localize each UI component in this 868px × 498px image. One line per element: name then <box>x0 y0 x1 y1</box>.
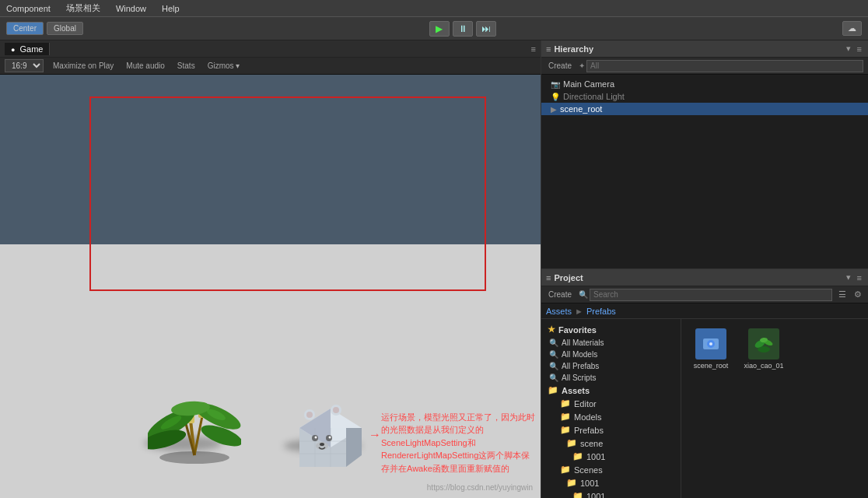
fav-prefabs-icon: 🔍 <box>549 362 558 370</box>
tree-scenes-1001[interactable]: 📁 1001 <box>541 476 681 489</box>
file-scene-root-icon <box>695 328 726 359</box>
scene-root-icon: ▶ <box>551 105 557 114</box>
stats[interactable]: Stats <box>174 61 198 71</box>
hierarchy-collapse[interactable]: ▾ <box>845 44 852 54</box>
hierarchy-search-wrapper: ✦ <box>579 60 863 72</box>
cube-object <box>288 385 373 471</box>
project-panel: ≡ Project ▾ ≡ Create 🔍 ☰ ⚙ Assets ► <box>541 269 868 498</box>
global-toggle[interactable]: Global <box>47 22 83 35</box>
svg-point-26 <box>320 443 324 446</box>
cube-svg <box>288 385 373 471</box>
project-settings[interactable]: ⚙ <box>852 289 863 300</box>
project-header-actions: ▾ ≡ <box>845 272 863 282</box>
file-xiao-cao-icon <box>748 328 779 359</box>
favorites-header: ★ Favorites <box>541 322 681 337</box>
project-header: ≡ Project ▾ ≡ <box>541 269 868 286</box>
fav-materials-icon: 🔍 <box>549 338 558 347</box>
pause-button[interactable]: ⏸ <box>453 21 473 37</box>
game-tab-label: Game <box>20 44 44 54</box>
scenes-1001-folder-icon: 📁 <box>566 478 577 488</box>
editor-folder-icon: 📁 <box>560 398 571 409</box>
aspect-ratio-select[interactable]: 16:9 <box>5 59 44 72</box>
right-panels: ≡ Hierarchy ▾ ≡ Create ✦ 📷 Main Camera <box>541 40 868 498</box>
fav-all-scripts[interactable]: 🔍 All Scripts <box>541 372 681 384</box>
hierarchy-menu[interactable]: ≡ <box>856 44 863 54</box>
tree-models[interactable]: 📁 Models <box>541 410 681 423</box>
game-tab-bar: ● Game ≡ <box>0 40 541 58</box>
mute-audio[interactable]: Mute audio <box>123 61 167 71</box>
hierarchy-item-scene-root[interactable]: ▶ scene_root <box>541 103 868 115</box>
tree-prefabs-scene[interactable]: 📁 scene <box>541 437 681 450</box>
cloud-button[interactable]: ☁ <box>842 21 862 36</box>
tree-editor[interactable]: 📁 Editor <box>541 397 681 410</box>
prefabs-scene-1001-icon: 📁 <box>572 451 583 461</box>
breadcrumb-prefabs[interactable]: Prefabs <box>586 307 616 316</box>
fav-all-materials[interactable]: 🔍 All Materials <box>541 337 681 349</box>
assets-tree-header[interactable]: 📁 Assets <box>541 384 681 397</box>
editor-label: Editor <box>574 399 597 409</box>
prefabs-folder-icon: 📁 <box>560 425 571 435</box>
file-scene-root[interactable]: scene_root <box>688 325 734 373</box>
tree-prefabs-scene-1001[interactable]: 📁 1001 <box>541 450 681 463</box>
project-right-files: scene_root xiao_cao_ <box>681 319 868 498</box>
svg-marker-15 <box>346 428 362 467</box>
menu-scene[interactable]: 场景相关 <box>63 1 103 16</box>
gizmos[interactable]: Gizmos ▾ <box>205 61 243 71</box>
menu-help[interactable]: Help <box>159 2 183 15</box>
hierarchy-create-btn[interactable]: Create <box>546 61 574 71</box>
scene-root-label: scene_root <box>560 104 602 114</box>
game-toolbar: 16:9 Maximize on Play Mute audio Stats G… <box>0 58 541 75</box>
tab-game[interactable]: ● Game <box>5 43 50 55</box>
center-toggle[interactable]: Center <box>6 22 44 35</box>
game-panel-menu[interactable]: ≡ <box>531 44 536 54</box>
project-view-toggle[interactable]: ☰ <box>837 289 848 300</box>
main-layout: ● Game ≡ 16:9 Maximize on Play Mute audi… <box>0 40 868 498</box>
fav-models-label: All Models <box>562 350 597 359</box>
breadcrumb-assets[interactable]: Assets <box>546 307 572 316</box>
game-panel: ● Game ≡ 16:9 Maximize on Play Mute audi… <box>0 40 541 498</box>
menu-window[interactable]: Window <box>113 2 149 15</box>
hierarchy-item-main-camera[interactable]: 📷 Main Camera <box>541 78 868 90</box>
project-search-input[interactable] <box>590 289 832 301</box>
project-collapse[interactable]: ▾ <box>845 272 852 282</box>
scenes-label: Scenes <box>574 465 603 475</box>
models-folder-icon: 📁 <box>560 412 571 422</box>
hierarchy-header-actions: ▾ ≡ <box>845 44 863 54</box>
hierarchy-header: ≡ Hierarchy ▾ ≡ <box>541 40 868 58</box>
tree-scenes-1001-sub[interactable]: 📁 1001 <box>541 489 681 498</box>
project-icon: ≡ <box>546 273 551 282</box>
menu-component[interactable]: Component <box>3 2 54 15</box>
fav-prefabs-label: All Prefabs <box>562 362 599 370</box>
scenes-1001-sub-icon: 📁 <box>572 491 583 498</box>
url-watermark: https://blog.csdn.net/yuyingwin <box>427 483 533 492</box>
svg-line-2 <box>194 416 202 455</box>
assets-tree-label: Assets <box>562 386 590 395</box>
project-files-grid: scene_root xiao_cao_ <box>684 322 865 376</box>
project-create-btn[interactable]: Create <box>546 289 574 300</box>
game-tab-icon: ● <box>11 46 15 54</box>
project-content: ★ Favorites 🔍 All Materials 🔍 All Models… <box>541 319 868 498</box>
prefabs-label: Prefabs <box>574 426 604 435</box>
favorites-label: Favorites <box>558 325 597 335</box>
play-button[interactable]: ▶ <box>429 21 450 37</box>
svg-point-33 <box>709 342 712 345</box>
maximize-on-play[interactable]: Maximize on Play <box>50 61 117 71</box>
project-menu[interactable]: ≡ <box>856 272 863 282</box>
fav-all-prefabs[interactable]: 🔍 All Prefabs <box>541 360 681 372</box>
hierarchy-search-input[interactable] <box>586 60 863 72</box>
directional-light-icon: 💡 <box>551 93 560 101</box>
prefabs-scene-1001-label: 1001 <box>586 452 605 461</box>
svg-point-29 <box>306 412 313 418</box>
step-button[interactable]: ⏭ <box>476 21 496 37</box>
file-xiao-cao[interactable]: xiao_cao_01 <box>740 325 787 373</box>
project-left-tree: ★ Favorites 🔍 All Materials 🔍 All Models… <box>541 319 681 498</box>
tree-prefabs[interactable]: 📁 Prefabs <box>541 423 681 437</box>
main-camera-icon: 📷 <box>551 80 560 89</box>
project-search-wrapper: 🔍 <box>579 289 832 301</box>
fav-scripts-label: All Scripts <box>562 374 596 382</box>
toolbar: Center Global ▶ ⏸ ⏭ ☁ <box>0 17 868 40</box>
hierarchy-item-directional-light[interactable]: 💡 Directional Light <box>541 90 868 103</box>
tree-scenes[interactable]: 📁 Scenes <box>541 463 681 476</box>
fav-all-models[interactable]: 🔍 All Models <box>541 349 681 360</box>
fav-scripts-icon: 🔍 <box>549 374 558 382</box>
